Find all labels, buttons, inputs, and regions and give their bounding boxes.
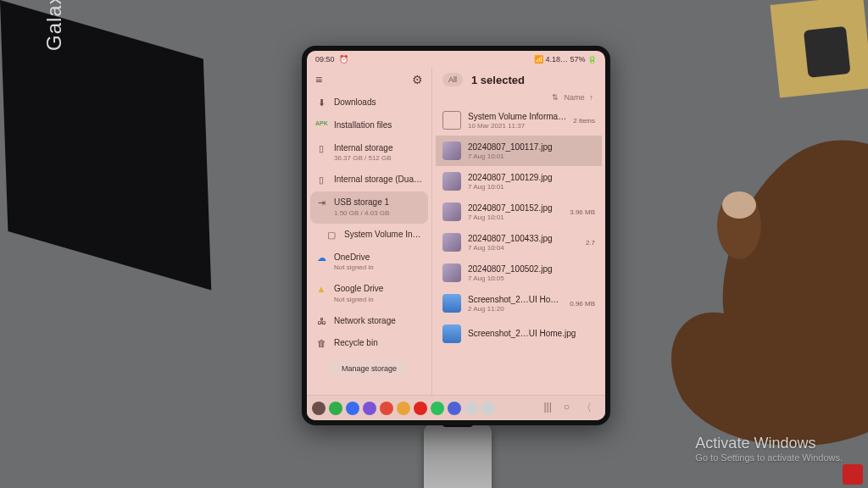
nav-back-button[interactable]: 〈 bbox=[581, 401, 592, 415]
file-row[interactable]: 20240807_100152.jpg7 Aug 10:013.96 MB bbox=[436, 197, 602, 227]
file-list-pane: All 1 selected ⇅ Name ↑ System Volume In… bbox=[432, 68, 605, 395]
file-name: 20240807_100129.jpg bbox=[468, 173, 588, 182]
sidebar-item-recycle-bin[interactable]: 🗑Recycle bin bbox=[307, 332, 431, 355]
status-right-cluster: 📶 4.18… 57% 🔋 bbox=[534, 55, 597, 64]
sort-picker-icon[interactable]: ⇅ bbox=[552, 93, 559, 102]
folder-icon: ▢ bbox=[326, 230, 337, 241]
file-size: 3.96 MB bbox=[570, 208, 595, 216]
sidebar-item-label: USB storage 11.50 GB / 4.03 GB bbox=[334, 197, 423, 218]
file-row[interactable]: System Volume Information10 Mar 2021 11:… bbox=[436, 105, 602, 136]
file-row[interactable]: Screenshot_2…UI Home.jpg2 Aug 11:200.96 … bbox=[436, 288, 602, 319]
manage-storage-button[interactable]: Manage storage bbox=[330, 360, 409, 377]
usb-icon: ⇥ bbox=[315, 197, 327, 208]
youtube-icon[interactable] bbox=[414, 402, 427, 415]
apps-icon[interactable] bbox=[312, 402, 326, 415]
folder-icon bbox=[442, 111, 461, 130]
file-name: System Volume Information bbox=[468, 112, 566, 121]
phone-icon[interactable] bbox=[329, 402, 342, 415]
sidebar-item-internal-storage-dual[interactable]: ▯Internal storage (Dual… bbox=[307, 169, 431, 191]
file-thumbnail bbox=[442, 141, 461, 160]
menu-icon[interactable]: ≡ bbox=[315, 73, 322, 86]
sidebar-item-downloads[interactable]: ⬇Downloads bbox=[307, 92, 431, 114]
bixby-icon[interactable] bbox=[363, 402, 376, 415]
device-screen: 09:50 ⏰ 📶 4.18… 57% 🔋 ≡ ⚙ ⬇DownloadsAPKI… bbox=[307, 51, 605, 420]
camera-icon[interactable] bbox=[465, 402, 478, 415]
sidebar-item-label: Recycle bin bbox=[334, 338, 423, 349]
sidebar-item-sub: 36.37 GB / 512 GB bbox=[334, 154, 423, 163]
nav-home-button[interactable]: ○ bbox=[564, 401, 570, 415]
discord-icon[interactable] bbox=[448, 402, 461, 415]
apk-badge-icon: APK bbox=[315, 120, 327, 126]
file-size: 2 items bbox=[573, 117, 595, 125]
product-box-label: Galaxy Z Fold6 bbox=[42, 0, 66, 51]
taskbar: ||| ○ 〈 bbox=[307, 395, 605, 420]
settings-icon[interactable] bbox=[481, 402, 495, 415]
filter-all-chip[interactable]: All bbox=[442, 73, 463, 86]
sidebar-item-label: Internal storage (Dual… bbox=[334, 175, 423, 186]
sidebar-item-google-drive[interactable]: ▲Google DriveNot signed in bbox=[307, 278, 431, 310]
file-name: 20240807_100433.jpg bbox=[468, 234, 579, 243]
file-name: Screenshot_2…UI Home.jpg bbox=[468, 295, 563, 304]
file-meta: 2 Aug 11:20 bbox=[468, 305, 563, 313]
windows-watermark: Activate Windows Go to Settings to activ… bbox=[695, 435, 843, 463]
sidebar-item-system-volume-info[interactable]: ▢System Volume Info… bbox=[307, 224, 431, 247]
file-row[interactable]: Screenshot_2…UI Home.jpg bbox=[436, 319, 602, 349]
file-name: 20240807_100502.jpg bbox=[468, 264, 588, 274]
sidebar-item-installation-files[interactable]: APKInstallation files bbox=[307, 114, 431, 137]
whatsapp-icon[interactable] bbox=[431, 402, 444, 415]
sidebar-item-label: Installation files bbox=[334, 120, 423, 131]
sidebar-item-sub: Not signed in bbox=[334, 296, 423, 304]
network-icon: 🖧 bbox=[315, 316, 327, 326]
sidebar-item-usb-storage-1[interactable]: ⇥USB storage 11.50 GB / 4.03 GB bbox=[310, 191, 428, 224]
wood-block-prop bbox=[771, 0, 868, 97]
watermark-title: Activate Windows bbox=[695, 435, 843, 452]
storage-icon: ▯ bbox=[315, 175, 327, 186]
file-meta: 7 Aug 10:04 bbox=[468, 244, 579, 252]
file-name: Screenshot_2…UI Home.jpg bbox=[468, 329, 588, 338]
sidebar-item-network-storage[interactable]: 🖧Network storage bbox=[307, 310, 431, 333]
file-meta: 7 Aug 10:05 bbox=[468, 274, 588, 282]
app1-icon[interactable] bbox=[380, 402, 393, 415]
watermark-sub: Go to Settings to activate Windows. bbox=[695, 452, 843, 463]
file-meta: 10 Mar 2021 11:37 bbox=[468, 122, 566, 130]
file-meta: 7 Aug 10:01 bbox=[468, 152, 588, 160]
file-meta: 7 Aug 10:01 bbox=[468, 214, 563, 221]
sidebar-item-onedrive[interactable]: ☁OneDriveNot signed in bbox=[307, 247, 431, 279]
foldable-device: 09:50 ⏰ 📶 4.18… 57% 🔋 ≡ ⚙ ⬇DownloadsAPKI… bbox=[302, 46, 610, 425]
file-thumbnail bbox=[442, 233, 461, 252]
messages-icon[interactable] bbox=[346, 402, 359, 415]
sidebar-item-label: Google DriveNot signed in bbox=[334, 284, 423, 304]
sidebar-item-label: System Volume Info… bbox=[344, 230, 423, 241]
corner-badge bbox=[843, 464, 863, 485]
nav-recents-button[interactable]: ||| bbox=[543, 401, 551, 415]
cloud-icon: ☁ bbox=[315, 252, 327, 263]
usb-adapter bbox=[424, 424, 492, 488]
drive-icon: ▲ bbox=[315, 284, 327, 294]
app2-icon[interactable] bbox=[397, 402, 410, 415]
file-thumbnail bbox=[442, 263, 461, 282]
storage-icon: ▯ bbox=[315, 143, 327, 154]
file-name: 20240807_100117.jpg bbox=[468, 142, 588, 152]
file-list[interactable]: System Volume Information10 Mar 2021 11:… bbox=[436, 105, 602, 395]
sidebar-item-sub: 1.50 GB / 4.03 GB bbox=[334, 209, 423, 218]
trash-icon: 🗑 bbox=[315, 338, 327, 348]
sidebar: ≡ ⚙ ⬇DownloadsAPKInstallation files▯Inte… bbox=[307, 68, 432, 395]
file-row[interactable]: 20240807_100433.jpg7 Aug 10:042.7 bbox=[436, 227, 602, 258]
settings-icon[interactable]: ⚙ bbox=[412, 73, 423, 86]
sort-label[interactable]: Name bbox=[564, 93, 584, 102]
file-size: 0.96 MB bbox=[570, 300, 595, 308]
file-thumbnail bbox=[442, 172, 461, 191]
sidebar-item-internal-storage[interactable]: ▯Internal storage36.37 GB / 512 GB bbox=[307, 137, 431, 169]
file-thumbnail bbox=[442, 324, 461, 343]
sidebar-item-label: Network storage bbox=[334, 316, 423, 327]
file-name: 20240807_100152.jpg bbox=[468, 203, 563, 213]
sidebar-item-label: Internal storage36.37 GB / 512 GB bbox=[334, 143, 423, 164]
selection-title: 1 selected bbox=[471, 74, 595, 86]
file-row[interactable]: 20240807_100117.jpg7 Aug 10:01 bbox=[436, 136, 602, 166]
sort-direction-icon[interactable]: ↑ bbox=[590, 93, 594, 102]
file-row[interactable]: 20240807_100502.jpg7 Aug 10:05 bbox=[436, 258, 602, 288]
file-thumbnail bbox=[442, 202, 461, 221]
sidebar-item-label: Downloads bbox=[334, 97, 423, 108]
file-row[interactable]: 20240807_100129.jpg7 Aug 10:01 bbox=[436, 166, 602, 197]
status-bar: 09:50 ⏰ 📶 4.18… 57% 🔋 bbox=[307, 51, 605, 68]
